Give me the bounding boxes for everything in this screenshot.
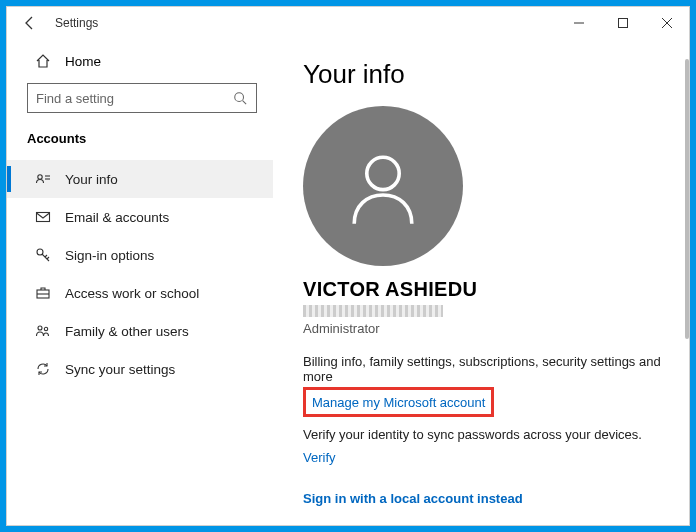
search-icon [232,90,248,106]
nav-label: Sign-in options [65,248,154,263]
verify-text: Verify your identity to sync passwords a… [303,427,689,442]
svg-point-13 [38,326,42,330]
people-icon [35,323,51,339]
settings-window: Settings Home Find a setting [6,6,690,526]
search-placeholder: Find a setting [36,91,232,106]
nav-sync-settings[interactable]: Sync your settings [7,350,273,388]
home-icon [35,53,51,69]
nav-your-info[interactable]: Your info [7,160,273,198]
titlebar: Settings [7,7,689,39]
minimize-button[interactable] [557,8,601,38]
username: VICTOR ASHIEDU [303,278,689,301]
email-redacted [303,305,443,317]
svg-point-4 [235,93,244,102]
sync-icon [35,361,51,377]
key-icon [35,247,51,263]
svg-point-15 [367,157,399,189]
annotation-highlight: Manage my Microsoft account [303,387,494,417]
briefcase-icon [35,285,51,301]
nav-label: Your info [65,172,118,187]
back-button[interactable] [15,8,45,38]
search-input[interactable]: Find a setting [27,83,257,113]
svg-point-6 [38,175,42,179]
nav-email-accounts[interactable]: Email & accounts [7,198,273,236]
svg-point-14 [44,327,47,330]
scrollbar[interactable] [685,59,689,339]
verify-link[interactable]: Verify [303,450,336,465]
local-account-link[interactable]: Sign in with a local account instead [303,491,523,506]
nav-label: Family & other users [65,324,189,339]
close-button[interactable] [645,8,689,38]
manage-account-link[interactable]: Manage my Microsoft account [312,395,485,410]
avatar [303,106,463,266]
role-label: Administrator [303,321,689,336]
nav-access-work-school[interactable]: Access work or school [7,274,273,312]
svg-rect-1 [619,19,628,28]
home-button[interactable]: Home [7,45,273,77]
window-title: Settings [55,16,98,30]
nav-label: Sync your settings [65,362,175,377]
window-controls [557,8,689,38]
maximize-button[interactable] [601,8,645,38]
nav-family-users[interactable]: Family & other users [7,312,273,350]
nav-label: Email & accounts [65,210,169,225]
body: Home Find a setting Accounts Your info [7,39,689,525]
content-pane: Your info VICTOR ASHIEDU Administrator B… [273,39,689,525]
mail-icon [35,209,51,225]
billing-text: Billing info, family settings, subscript… [303,354,689,384]
svg-line-5 [243,101,247,105]
person-card-icon [35,171,51,187]
sidebar: Home Find a setting Accounts Your info [7,39,273,525]
home-label: Home [65,54,101,69]
page-title: Your info [303,59,689,90]
nav-label: Access work or school [65,286,199,301]
category-label: Accounts [7,123,273,160]
nav-signin-options[interactable]: Sign-in options [7,236,273,274]
